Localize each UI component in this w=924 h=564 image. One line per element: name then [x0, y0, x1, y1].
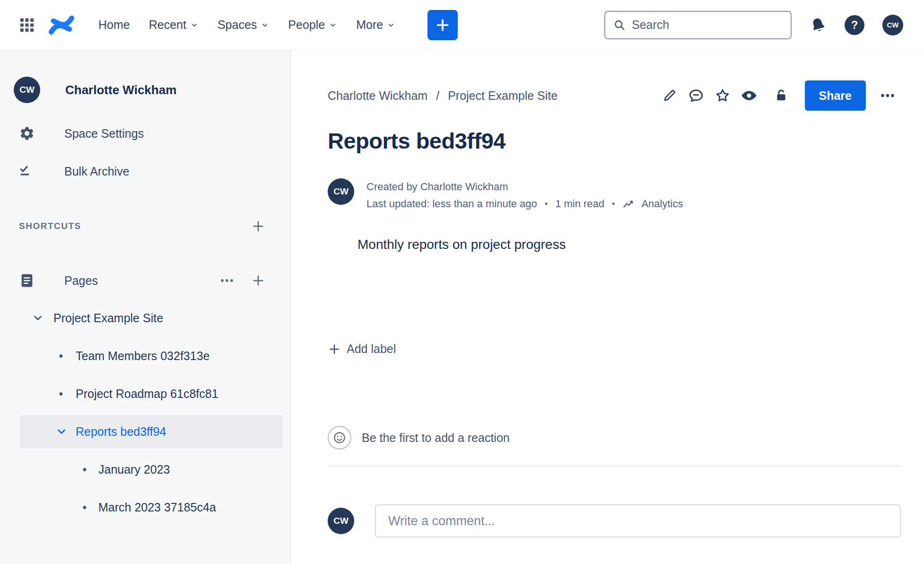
question-icon: ?	[851, 18, 858, 32]
page-tree: Project Example Site • Team Members 032f…	[0, 299, 290, 526]
plus-icon	[435, 17, 451, 33]
commenter-avatar: CW	[328, 508, 354, 534]
search-input[interactable]	[632, 18, 784, 32]
chevron-down-icon	[55, 425, 68, 438]
confluence-logo[interactable]	[48, 13, 75, 37]
page-header-row: Charlotte Wickham / Project Example Site	[328, 78, 901, 114]
pages-header-left: Pages	[19, 273, 98, 289]
unlock-icon	[774, 88, 789, 103]
byline-text: Created by Charlotte Wickham Last update…	[366, 178, 683, 212]
shortcuts-section-header: SHORTCUTS	[0, 209, 290, 243]
reaction-prompt: Be the first to add a reaction	[362, 431, 510, 445]
space-header[interactable]: CW Charlotte Wickham	[0, 75, 290, 105]
search-icon	[613, 18, 626, 32]
gear-icon	[19, 125, 35, 141]
sidebar-item-space-settings[interactable]: Space Settings	[0, 116, 290, 150]
analytics-icon	[622, 197, 636, 211]
shortcuts-label: SHORTCUTS	[19, 221, 81, 231]
watch-button[interactable]	[736, 81, 762, 110]
breadcrumb-space-link[interactable]: Charlotte Wickham	[328, 89, 427, 103]
tree-item-project-example-site[interactable]: Project Example Site	[0, 299, 290, 337]
pencil-icon	[662, 88, 677, 103]
sidebar-item-bulk-archive[interactable]: Bulk Archive	[0, 154, 290, 188]
pages-more-button[interactable]	[219, 273, 235, 289]
create-button[interactable]	[427, 10, 458, 40]
search-box[interactable]	[604, 11, 792, 39]
primary-nav: Home Recent Spaces People	[89, 10, 405, 40]
ellipsis-icon	[219, 273, 235, 289]
page-actions: Share	[656, 80, 901, 111]
app-switcher-button[interactable]	[19, 17, 35, 33]
ellipsis-icon	[879, 87, 896, 104]
topnav-right: ? CW	[604, 11, 903, 39]
tree-item-label: January 2023	[98, 463, 170, 476]
pages-label: Pages	[64, 274, 98, 288]
nav-item-home[interactable]: Home	[89, 10, 139, 40]
page-title: Reports bed3ff94	[328, 128, 901, 154]
section-divider	[328, 466, 901, 467]
nav-item-spaces[interactable]: Spaces	[208, 10, 279, 40]
breadcrumb-parent-link[interactable]: Project Example Site	[448, 89, 558, 103]
nav-item-recent[interactable]: Recent	[139, 10, 208, 40]
updated-line: Last updated: less than a minute ago • 1…	[366, 195, 683, 212]
tree-item-label: March 2023 37185c4a	[98, 501, 216, 514]
space-sidebar: CW Charlotte Wickham Space Settings Bulk…	[0, 50, 291, 564]
pages-section-header[interactable]: Pages	[0, 262, 290, 299]
plus-icon	[251, 273, 265, 288]
bulk-archive-label: Bulk Archive	[64, 165, 130, 178]
chevron-down-icon	[31, 311, 44, 325]
restrictions-button[interactable]	[768, 81, 794, 110]
chevron-down-icon	[190, 21, 199, 29]
bullet-icon: •	[80, 501, 89, 514]
help-button[interactable]: ?	[845, 15, 864, 35]
breadcrumb: Charlotte Wickham / Project Example Site	[328, 89, 558, 103]
read-time-text: 1 min read	[555, 195, 604, 212]
star-icon	[715, 88, 731, 104]
tree-item-label: Team Members 032f313e	[76, 349, 209, 363]
top-navigation-bar: Home Recent Spaces People	[0, 0, 924, 50]
bullet-icon: •	[57, 349, 65, 363]
nav-item-more-label: More	[356, 18, 383, 32]
add-shortcut-button[interactable]	[251, 219, 265, 233]
bullet-icon: •	[57, 387, 65, 401]
speech-bubble-icon	[688, 88, 704, 104]
star-button[interactable]	[709, 81, 736, 110]
tree-item-reports[interactable]: Reports bed3ff94	[20, 414, 283, 449]
add-reaction-button[interactable]	[328, 426, 351, 449]
page-more-button[interactable]	[874, 81, 901, 110]
topnav-left: Home Recent Spaces People	[19, 10, 458, 40]
nav-item-people[interactable]: People	[279, 10, 347, 40]
nav-item-more[interactable]: More	[347, 10, 405, 40]
created-by-line: Created by Charlotte Wickham	[366, 178, 683, 195]
tree-item-team-members[interactable]: • Team Members 032f313e	[0, 337, 290, 375]
page-body-text: Monthly reports on project progress	[357, 237, 901, 252]
space-avatar: CW	[14, 77, 40, 103]
nav-item-recent-label: Recent	[149, 18, 186, 32]
chevron-down-icon	[261, 21, 269, 29]
author-avatar[interactable]: CW	[328, 178, 354, 205]
tree-item-label: Project Roadmap 61c8fc81	[76, 387, 218, 401]
smiley-icon	[332, 431, 347, 445]
user-avatar[interactable]: CW	[882, 15, 903, 35]
dot-separator: •	[610, 195, 617, 212]
app-grid-icon	[19, 17, 35, 33]
tree-item-project-roadmap[interactable]: • Project Roadmap 61c8fc81	[0, 375, 290, 413]
tree-item-reports-selected-row: Reports bed3ff94	[0, 413, 290, 450]
notifications-button[interactable]	[810, 17, 827, 34]
tree-item-label: Reports bed3ff94	[76, 425, 166, 439]
space-name: Charlotte Wickham	[65, 83, 176, 97]
space-settings-label: Space Settings	[64, 127, 144, 141]
share-button[interactable]: Share	[805, 80, 866, 111]
comment-button[interactable]	[683, 81, 709, 110]
tree-item-january-2023[interactable]: • January 2023	[0, 450, 290, 488]
confluence-logo-icon	[48, 13, 75, 37]
tree-item-march-2023[interactable]: • March 2023 37185c4a	[0, 488, 290, 526]
pages-header-actions	[219, 273, 265, 289]
create-page-button[interactable]	[251, 273, 265, 288]
analytics-link[interactable]: Analytics	[641, 195, 683, 212]
last-updated-text[interactable]: Last updated: less than a minute ago	[366, 195, 537, 212]
edit-button[interactable]	[656, 81, 683, 110]
plus-icon	[328, 343, 341, 356]
comment-input[interactable]	[375, 504, 901, 538]
add-label-button[interactable]: Add label	[328, 342, 396, 356]
